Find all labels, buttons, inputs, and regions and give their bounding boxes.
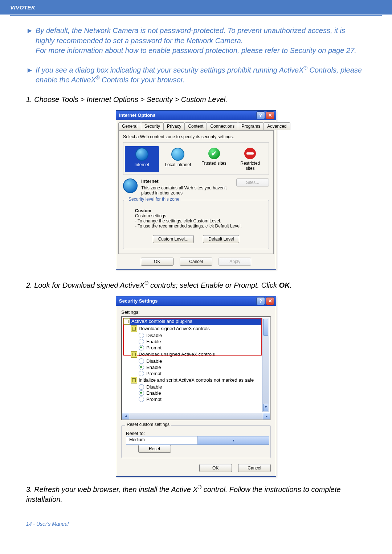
page-footer: 14 - User's Manual: [0, 517, 392, 533]
stop-icon: [244, 148, 256, 159]
default-level-button[interactable]: Default Level: [203, 235, 239, 243]
security-settings-title: Security Settings: [119, 298, 158, 304]
close-icon[interactable]: ✕: [266, 111, 274, 119]
settings-listbox[interactable]: ▾ ActiveX controls and plug-insDownload …: [121, 316, 271, 414]
setting-option[interactable]: Disable: [123, 332, 269, 338]
ss-cancel-button[interactable]: Cancel: [238, 464, 271, 472]
zone-internet[interactable]: Internet: [125, 146, 159, 172]
security-settings-titlebar: Security Settings ? ✕: [116, 296, 276, 306]
note-text: If you see a dialog box indicating that …: [36, 65, 366, 85]
zone-instruction: Select a Web content zone to specify its…: [123, 134, 269, 139]
setting-option[interactable]: Prompt: [123, 396, 269, 402]
radio-icon[interactable]: [139, 345, 144, 350]
setting-group[interactable]: Initialize and script ActiveX controls n…: [123, 377, 269, 384]
setting-option[interactable]: Disable: [123, 358, 269, 364]
setting-option[interactable]: Enable: [123, 338, 269, 345]
setting-label: Initialize and script ActiveX controls n…: [139, 377, 254, 383]
step-1: 1. Choose Tools > Internet Options > Sec…: [26, 95, 366, 104]
note-0: ►By default, the Network Camera is not p…: [26, 26, 366, 56]
setting-label: Download signed ActiveX controls: [139, 326, 210, 331]
zone-label: Local intranet: [162, 162, 195, 167]
zone-description: Internet This zone contains all Web site…: [123, 178, 269, 196]
setting-label: Disable: [146, 358, 162, 364]
activex-icon: [123, 318, 130, 325]
io-cancel-button[interactable]: Cancel: [180, 258, 212, 266]
setting-label: Enable: [146, 390, 161, 396]
settings-tree: ActiveX controls and plug-insDownload si…: [123, 318, 269, 402]
radio-icon[interactable]: [139, 333, 144, 338]
tab-general[interactable]: General: [118, 122, 141, 130]
ss-ok-button[interactable]: OK: [199, 464, 232, 472]
zone-restricted-sites[interactable]: Restrictedsites: [233, 146, 268, 172]
zone-trusted-sites[interactable]: Trusted sites: [197, 146, 231, 172]
radio-icon[interactable]: [139, 339, 144, 344]
setting-label: Disable: [146, 333, 162, 338]
tab-connections[interactable]: Connections: [207, 122, 238, 130]
local-icon: [171, 148, 184, 161]
zone-heading: Internet: [141, 178, 233, 184]
page-header: VIVOTEK: [0, 0, 392, 15]
radio-icon[interactable]: [139, 384, 144, 390]
internet-options-tabs: GeneralSecurityPrivacyContentConnections…: [116, 120, 276, 130]
scroll-right-icon[interactable]: ▸: [263, 413, 270, 419]
setting-label: Prompt: [146, 371, 162, 376]
setting-option[interactable]: Disable: [123, 384, 269, 390]
settings-label: Settings:: [121, 309, 271, 315]
radio-icon[interactable]: [139, 390, 144, 396]
radio-icon[interactable]: [139, 371, 144, 376]
tab-security[interactable]: Security: [141, 122, 164, 130]
help-icon[interactable]: ?: [256, 297, 265, 305]
security-tab-panel: Select a Web content zone to specify its…: [118, 130, 274, 254]
globe-icon: [135, 148, 148, 161]
note-text: By default, the Network Camera is not pa…: [36, 26, 366, 56]
sites-button[interactable]: Sites...: [236, 178, 269, 186]
scroll-thumb[interactable]: [263, 319, 268, 336]
reset-to-label: Reset to:: [126, 431, 145, 436]
radio-icon[interactable]: [139, 358, 144, 364]
io-apply-button[interactable]: Apply: [219, 258, 251, 266]
tab-programs[interactable]: Programs: [238, 122, 264, 130]
setting-option[interactable]: Enable: [123, 390, 269, 396]
note-bullet: ►: [26, 26, 36, 56]
security-settings-dialog: Security Settings ? ✕ Settings: ▾ Active…: [116, 296, 276, 477]
tab-advanced[interactable]: Advanced: [264, 122, 290, 130]
zone-list: InternetLocal intranetTrusted sitesRestr…: [123, 142, 269, 175]
help-icon[interactable]: ?: [256, 111, 265, 119]
tab-content[interactable]: Content: [184, 122, 207, 130]
activex-icon: [131, 325, 137, 332]
setting-group[interactable]: Download signed ActiveX controls: [123, 325, 269, 332]
note-1: ►If you see a dialog box indicating that…: [26, 65, 366, 85]
horizontal-scrollbar[interactable]: ◂ ▸: [121, 413, 271, 420]
scroll-left-icon[interactable]: ◂: [122, 413, 129, 419]
setting-label: Prompt: [146, 397, 162, 402]
scroll-down-icon[interactable]: ▾: [263, 404, 268, 411]
setting-option[interactable]: Prompt: [123, 370, 269, 377]
setting-label: Prompt: [146, 345, 162, 350]
reset-level-combo[interactable]: Medium ▾: [126, 436, 269, 445]
chevron-down-icon[interactable]: ▾: [197, 436, 269, 444]
setting-option[interactable]: Prompt: [123, 345, 269, 351]
vertical-scrollbar[interactable]: ▾: [262, 318, 269, 412]
security-level-title: Security level for this zone: [127, 197, 181, 202]
tab-privacy[interactable]: Privacy: [163, 122, 185, 130]
io-ok-button[interactable]: OK: [141, 258, 173, 266]
brand-label: VIVOTEK: [10, 4, 35, 11]
note-bullet: ►: [26, 65, 36, 85]
close-icon[interactable]: ✕: [266, 297, 274, 305]
radio-icon[interactable]: [139, 365, 144, 370]
custom-level-button[interactable]: Custom Level...: [153, 235, 194, 243]
internet-options-title: Internet Options: [119, 112, 155, 118]
zone-label: Restrictedsites: [234, 161, 267, 171]
activex-icon: [131, 377, 137, 383]
custom-label: Custom: [135, 208, 151, 213]
reset-level-value: Medium: [126, 436, 197, 444]
radio-icon[interactable]: [139, 397, 144, 402]
setting-group[interactable]: ActiveX controls and plug-ins: [123, 318, 269, 325]
reset-button[interactable]: Reset: [138, 445, 171, 453]
setting-group[interactable]: Download unsigned ActiveX controls: [123, 351, 269, 358]
zone-local-intranet[interactable]: Local intranet: [161, 146, 195, 172]
custom-line1: - To change the settings, click Custom L…: [135, 218, 221, 223]
security-level-group: Security level for this zone Custom Cust…: [123, 200, 269, 249]
setting-option[interactable]: Enable: [123, 364, 269, 370]
custom-line2: - To use the recommended settings, click…: [135, 223, 242, 229]
